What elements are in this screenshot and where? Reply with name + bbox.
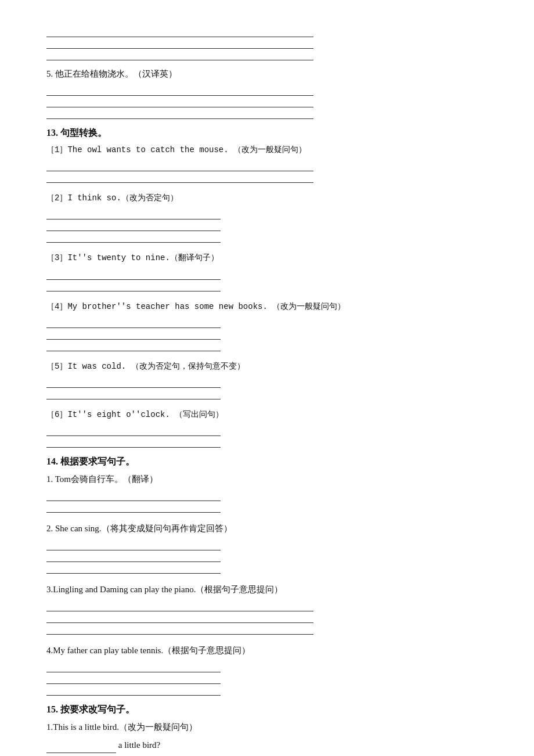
q13-3-line-2 [46,280,221,291]
q13-5-line-1 [46,376,221,388]
section-13: 13. 句型转换。 ［1］The owl wants to catch the … [46,127,488,448]
q13-4-line-3 [46,340,221,351]
q13-4-line-2 [46,328,221,340]
q14-2-line-3 [46,562,221,574]
q13-6-text: ［6］It''s eight o''clock. （写出问句） [46,408,488,422]
q14-1-line-2 [46,501,221,513]
q15-1-block: 1.This is a little bird.（改为一般疑问句） a litt… [46,719,488,753]
q14-1-text: 1. Tom会骑自行车。（翻译） [46,471,488,487]
q13-2-block: ［2］I think so.（改为否定句） [46,191,488,243]
q14-4-line-2 [46,672,221,684]
q14-4-text: 4.My father can play table tennis.（根据句子意… [46,643,488,658]
q13-1-line-2 [46,171,313,183]
top-line-3 [46,49,313,60]
q14-4-line-1 [46,661,221,672]
q5-line-1 [46,84,313,96]
q13-4-text: ［4］My brother''s teacher has some new bo… [46,300,488,314]
q14-3-line-3 [46,623,313,635]
q13-2-line-2 [46,219,221,231]
q14-1-line-1 [46,489,221,501]
question-5-block: 5. 他正在给植物浇水。（汉译英） [46,66,488,119]
q15-1-rest: a little bird? [118,740,160,750]
q14-3-text: 3.Lingling and Daming can play the piano… [46,582,488,597]
q13-4-line-1 [46,316,221,328]
q13-3-block: ［3］It''s twenty to nine.（翻译句子） [46,251,488,291]
q14-1-block: 1. Tom会骑自行车。（翻译） [46,471,488,513]
q15-1-text: 1.This is a little bird.（改为一般疑问句） [46,719,488,735]
q13-5-block: ［5］It was cold. （改为否定句，保持句意不变） [46,359,488,399]
section-14-title: 14. 根据要求写句子。 [46,456,488,468]
q13-3-text: ［3］It''s twenty to nine.（翻译句子） [46,251,488,265]
q13-1-line-1 [46,160,313,171]
q14-2-text: 2. She can sing.（将其变成疑问句再作肯定回答） [46,521,488,537]
q14-3-line-2 [46,611,313,623]
question-5-answers [46,84,488,119]
section-13-title: 13. 句型转换。 [46,127,488,139]
q13-6-block: ［6］It''s eight o''clock. （写出问句） [46,408,488,448]
q13-2-line-1 [46,208,221,219]
q13-6-line-2 [46,436,221,448]
q15-1-blank-row: a little bird? [46,737,488,753]
question-5-text: 5. 他正在给植物浇水。（汉译英） [46,66,488,82]
top-answer-lines [46,26,488,60]
q14-2-line-2 [46,550,221,562]
q13-1-block: ［1］The owl wants to catch the mouse. （改为… [46,143,488,183]
q5-line-2 [46,96,313,107]
section-15: 15. 按要求改写句子。 1.This is a little bird.（改为… [46,704,488,756]
section-15-title: 15. 按要求改写句子。 [46,704,488,716]
q14-2-block: 2. She can sing.（将其变成疑问句再作肯定回答） [46,521,488,574]
q13-1-text: ［1］The owl wants to catch the mouse. （改为… [46,143,488,157]
q13-2-text: ［2］I think so.（改为否定句） [46,191,488,206]
q14-4-block: 4.My father can play table tennis.（根据句子意… [46,643,488,696]
q13-4-block: ［4］My brother''s teacher has some new bo… [46,300,488,351]
top-line-1 [46,26,313,37]
q13-3-line-1 [46,268,221,280]
q13-2-line-3 [46,231,221,243]
q14-2-line-1 [46,539,221,550]
q14-3-block: 3.Lingling and Daming can play the piano… [46,582,488,635]
q14-4-line-3 [46,684,221,696]
q5-line-3 [46,107,313,119]
section-14: 14. 根据要求写句子。 1. Tom会骑自行车。（翻译） 2. She can… [46,456,488,696]
q13-5-text: ［5］It was cold. （改为否定句，保持句意不变） [46,359,488,374]
q15-1-blank [46,753,116,753]
top-line-2 [46,37,313,49]
q14-3-line-1 [46,600,313,611]
q13-5-line-2 [46,388,221,399]
q13-6-line-1 [46,424,221,436]
